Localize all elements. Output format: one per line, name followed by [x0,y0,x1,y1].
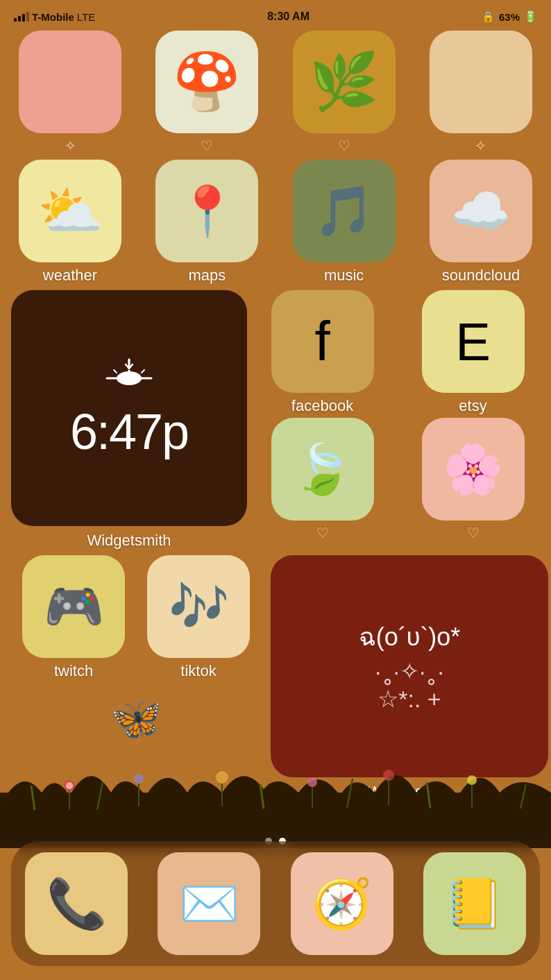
icon-cell-music[interactable]: 🎵 music [285,160,403,285]
badge-app-flower: ♡ [467,525,480,541]
widget-large-1[interactable]: 6:47p [11,290,247,526]
svg-point-13 [134,774,144,784]
app-icon-plant[interactable]: 🌿 [293,31,396,133]
svg-point-11 [66,782,73,789]
app-icon-twitch[interactable]: 🎮 [22,555,125,658]
app-label-soundcloud: soundcloud [442,267,520,285]
phone-icon: 📞 [46,875,107,932]
status-right: 🔒 63% 🔋 [482,10,537,23]
widget-time: 6:47p [70,403,188,460]
landscape [0,695,551,848]
app-icon-soundcloud[interactable]: ☁️ [430,160,532,262]
icon-cell-app-leaves[interactable]: 🍃 ♡ [247,418,398,541]
badge-app-leaves: ♡ [316,525,329,541]
battery-percent: 63% [499,11,520,23]
app-icon-app-leaves[interactable]: 🍃 [271,418,374,521]
icon-cell-soundcloud[interactable]: ☁️ soundcloud [422,160,540,285]
app-label-maps: maps [188,267,226,285]
icon-cell-plant[interactable]: 🌿 ♡ [285,31,403,154]
icon-cell-twitch[interactable]: 🎮 twitch [11,555,136,680]
badge-placeholder1: ✧ [65,137,76,154]
icon-cell-facebook[interactable]: f facebook [247,290,398,415]
icon-cell-placeholder2[interactable]: ✧ [422,31,540,154]
badge-plant: ♡ [338,137,350,154]
mini-row-top: f facebook Ε etsy [247,290,548,415]
mini-row-twitch-tiktok: 🎮 twitch 🎶 tiktok [11,555,261,680]
widget-right-icons: f facebook Ε etsy 🍃 ♡ [247,290,548,541]
svg-line-6 [142,370,144,373]
dock-icon-notes[interactable]: 📒 [423,852,526,955]
widget-label-1: Widgetsmith [87,532,171,550]
mini-row-bottom: 🍃 ♡ 🌸 ♡ [247,418,548,541]
app-icon-placeholder2[interactable] [430,31,532,133]
app-icon-mushroom[interactable]: 🍄 [155,31,258,133]
badge-mushroom: ♡ [201,137,213,154]
sunset-icon [101,356,157,398]
status-bar: T-Mobile LTE 8:30 AM 🔒 63% 🔋 [0,0,551,31]
app-icon-tiktok[interactable]: 🎶 [147,555,250,658]
icon-cell-weather[interactable]: ⛅ weather [11,160,129,285]
badge-placeholder2: ✧ [475,137,486,154]
app-label-weather: weather [43,267,97,285]
widgetsmith1-cell[interactable]: 6:47p Widgetsmith [11,290,247,550]
svg-point-15 [216,771,228,784]
icon-cell-app-flower[interactable]: 🌸 ♡ [398,418,548,541]
dock: 📞 ✉️ 🧭 📒 [11,841,540,966]
app-icon-maps[interactable]: 📍 [155,160,258,262]
status-left: T-Mobile LTE [14,11,95,23]
widget-text: ฉ(ο´υ`)ο* [359,620,461,654]
dock-icon-safari[interactable]: 🧭 [291,852,393,955]
notes-icon: 📒 [444,875,505,932]
icon-cell-etsy[interactable]: Ε etsy [398,290,548,415]
app-icon-music[interactable]: 🎵 [293,160,396,262]
app-label-etsy: etsy [459,397,486,415]
app-label-music: music [324,267,364,285]
home-screen: ✧ 🍄 ♡ 🌿 ♡ ✧ ⛅ weather 📍 [0,31,551,801]
icon-row-2: ⛅ weather 📍 maps 🎵 music ☁️ soundcloud [11,160,540,285]
svg-line-5 [114,370,117,373]
icon-cell-mushroom[interactable]: 🍄 ♡ [148,31,266,154]
battery-icon: 🔋 [524,10,537,23]
dock-icon-mail[interactable]: ✉️ [158,852,260,955]
network: LTE [77,11,95,23]
icon-row-1: ✧ 🍄 ♡ 🌿 ♡ ✧ [11,31,540,154]
svg-point-17 [307,777,317,787]
app-icon-app-flower[interactable]: 🌸 [422,418,525,521]
lock-icon: 🔒 [482,10,495,23]
carrier: T-Mobile [32,11,74,23]
icon-cell-maps[interactable]: 📍 maps [148,160,266,285]
widget-row-3: 6:47p Widgetsmith f facebook Ε etsy [11,290,540,550]
mail-icon: ✉️ [179,875,239,932]
signal-icon [14,12,29,22]
app-icon-weather[interactable]: ⛅ [19,160,121,262]
dock-icon-phone[interactable]: 📞 [25,852,128,955]
svg-point-19 [383,770,394,781]
icon-cell-tiktok[interactable]: 🎶 tiktok [136,555,261,680]
icon-cell-placeholder1[interactable]: ✧ [11,31,129,154]
app-icon-placeholder1[interactable] [19,31,121,133]
compass-icon: 🧭 [312,875,372,932]
time-display: 8:30 AM [267,10,310,23]
app-label-twitch: twitch [54,662,93,680]
svg-point-21 [467,775,477,785]
app-icon-facebook[interactable]: f [271,290,374,393]
app-label-facebook: facebook [291,397,353,415]
app-icon-etsy[interactable]: Ε [422,290,525,393]
app-label-tiktok: tiktok [180,662,216,680]
